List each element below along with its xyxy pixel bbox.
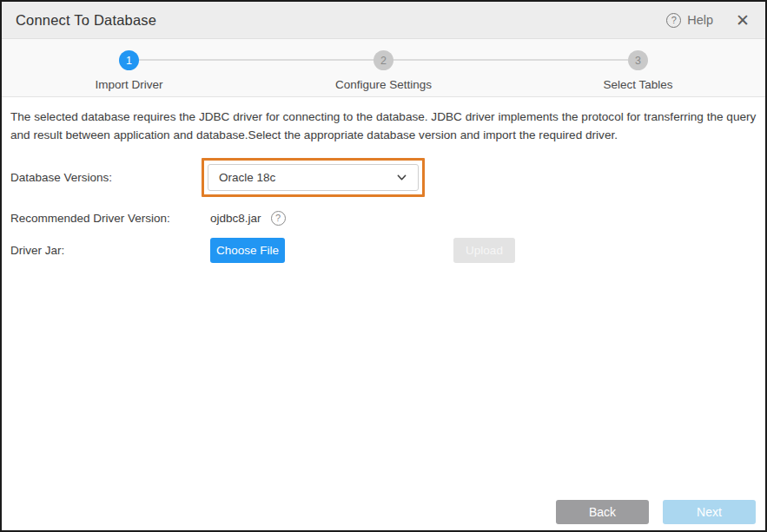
step-2-label: Configure Settings [335,78,432,91]
recommended-driver-label: Recommended Driver Version: [10,212,202,225]
annotation-highlight-box: Oracle 18c [202,158,425,197]
wizard-stepper: 1 Import Driver 2 Configure Settings 3 S… [2,39,765,97]
driver-jar-label: Driver Jar: [10,244,202,257]
dialog-content: The selected database requires the JDBC … [2,97,765,263]
choose-file-button[interactable]: Choose File [210,238,285,263]
step-select-tables[interactable]: 3 Select Tables [511,50,765,96]
step-1-circle: 1 [119,50,139,70]
dialog-titlebar: Connect To Database ? Help ✕ [2,2,765,39]
database-versions-label: Database Versions: [10,171,202,184]
back-button[interactable]: Back [556,500,649,524]
database-version-selected-value: Oracle 18c [219,171,396,184]
database-version-select[interactable]: Oracle 18c [208,164,419,191]
dialog-title: Connect To Database [16,12,156,29]
help-label[interactable]: Help [687,13,713,27]
database-versions-row: Database Versions: Oracle 18c [10,158,757,197]
recommended-driver-value: ojdbc8.jar [210,212,261,225]
driver-jar-row: Driver Jar: Choose File Upload [10,238,757,263]
recommended-driver-row: Recommended Driver Version: ojdbc8.jar ? [10,211,757,226]
step-import-driver[interactable]: 1 Import Driver [2,50,256,96]
next-button[interactable]: Next [663,500,756,524]
step-3-label: Select Tables [603,78,672,91]
help-button[interactable]: ? Help [666,13,713,28]
close-icon[interactable]: ✕ [736,12,750,29]
step-1-label: Import Driver [95,78,162,91]
help-circle-icon[interactable]: ? [666,13,681,28]
jdbc-driver-description: The selected database requires the JDBC … [10,108,757,144]
driver-help-icon[interactable]: ? [271,211,286,226]
step-configure-settings[interactable]: 2 Configure Settings [256,50,511,96]
step-3-circle: 3 [628,50,648,70]
step-2-circle: 2 [374,50,393,70]
dialog-footer: Back Next [556,500,756,524]
chevron-down-icon [396,172,407,183]
upload-button[interactable]: Upload [453,238,515,263]
connect-to-database-dialog: Connect To Database ? Help ✕ 1 Import Dr… [0,0,767,532]
